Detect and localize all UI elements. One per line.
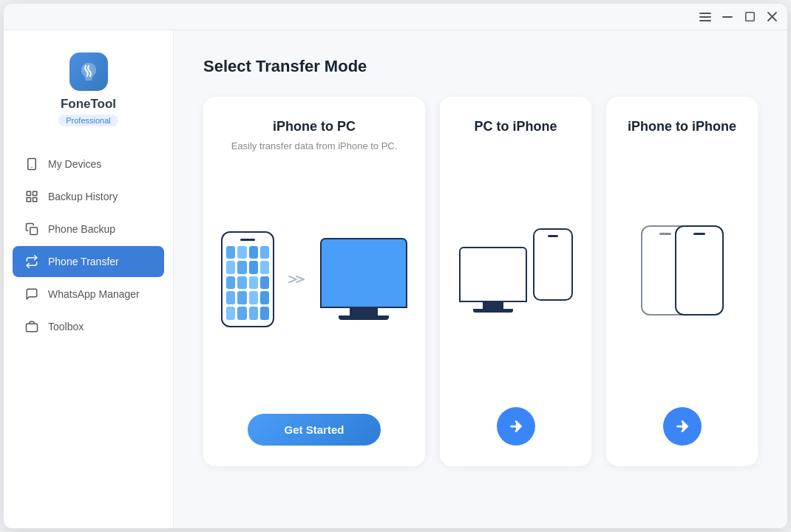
sidebar-label-phone-backup: Phone Backup [48,223,115,235]
card-iphone-to-pc[interactable]: iPhone to PC Easily transfer data from i… [203,97,425,466]
toolbox-icon [24,319,39,334]
card-bottom-iphone-to-pc: Get Started [221,406,407,446]
app-logo [69,52,108,91]
card-top-iphone-to-iphone: iPhone to iPhone [628,119,736,140]
svg-rect-12 [33,198,37,202]
logo-area: FoneTool Professional [4,45,173,149]
card-top-pc-to-iphone: PC to iPhone [475,119,557,140]
sidebar-label-toolbox: Toolbox [48,321,84,332]
sidebar-item-whatsapp-manager[interactable]: WhatsApp Manager [13,279,164,310]
svg-rect-11 [27,198,30,202]
svg-rect-13 [30,228,38,235]
svg-rect-10 [33,191,37,195]
card-title-iphone-to-pc: iPhone to PC [273,119,356,134]
illustration-pc-to-iphone [459,140,573,400]
app-window: FoneTool Professional My Devices Backup … [4,4,787,528]
titlebar [4,4,787,30]
sidebar-item-phone-transfer[interactable]: Phone Transfer [13,246,164,277]
illustration-iphone-to-iphone [641,140,724,400]
app-name: FoneTool [61,97,116,112]
svg-rect-2 [699,20,711,21]
card-title-pc-to-iphone: PC to iPhone [475,119,557,134]
close-button[interactable] [765,10,778,24]
get-started-button[interactable]: Get Started [248,414,381,446]
menu-icon[interactable] [699,10,712,24]
sidebar-label-backup-history: Backup History [48,191,118,202]
copy-icon [24,222,39,236]
chat-icon [24,287,39,301]
sidebar-item-phone-backup[interactable]: Phone Backup [13,214,164,245]
card-iphone-to-iphone[interactable]: iPhone to iPhone [606,97,758,466]
maximize-button[interactable] [743,10,756,24]
cards-row: iPhone to PC Easily transfer data from i… [203,97,758,466]
card-top-iphone-to-pc: iPhone to PC Easily transfer data from i… [231,119,398,151]
sidebar-label-my-devices: My Devices [48,158,101,170]
sidebar-label-whatsapp-manager: WhatsApp Manager [48,288,140,300]
content-area: Select Transfer Mode iPhone to PC Easily… [174,30,787,528]
svg-rect-14 [27,324,38,332]
card-title-iphone-to-iphone: iPhone to iPhone [628,119,736,134]
iphone-to-iphone-arrow-button[interactable] [663,407,702,446]
grid-icon [24,189,39,204]
phone-icon [24,157,39,171]
minimize-button[interactable] [721,10,734,24]
sidebar-item-toolbox[interactable]: Toolbox [13,311,164,342]
illustration-iphone-to-pc [221,151,407,406]
nav-list: My Devices Backup History Phone Backup [4,149,173,342]
main-area: FoneTool Professional My Devices Backup … [4,30,787,528]
sidebar-item-my-devices[interactable]: My Devices [13,149,164,180]
sidebar: FoneTool Professional My Devices Backup … [4,30,174,528]
card-bottom-pc-to-iphone [458,400,574,446]
svg-rect-4 [745,13,754,21]
sidebar-item-backup-history[interactable]: Backup History [13,181,164,212]
svg-rect-9 [27,191,30,195]
page-title: Select Transfer Mode [203,57,758,76]
card-bottom-iphone-to-iphone [624,400,740,446]
transfer-icon [24,254,39,269]
card-desc-iphone-to-pc: Easily transfer data from iPhone to PC. [231,140,398,151]
sidebar-label-phone-transfer: Phone Transfer [48,256,119,267]
app-badge: Professional [58,115,118,126]
svg-rect-3 [722,16,733,18]
svg-rect-0 [699,13,711,14]
svg-rect-1 [699,16,711,18]
card-pc-to-iphone[interactable]: PC to iPhone [440,97,591,466]
pc-to-iphone-arrow-button[interactable] [497,407,535,446]
